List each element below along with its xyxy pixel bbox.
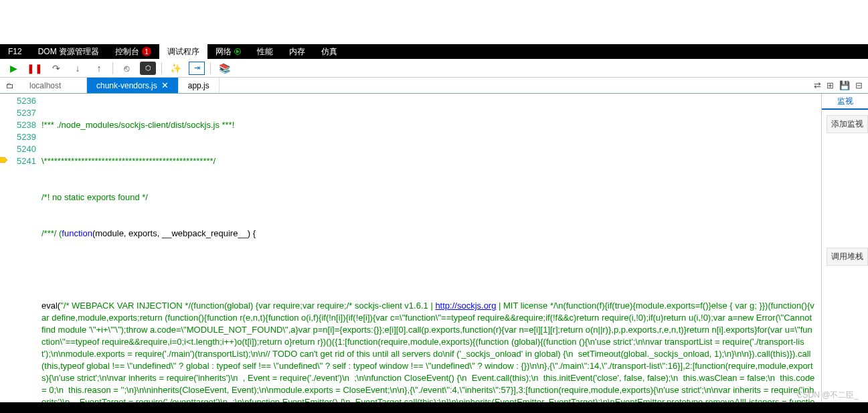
break-new-worker-button[interactable]: ⎋ [118, 62, 135, 75]
compare-icon[interactable]: ⇄ [814, 80, 821, 90]
devtools-tabs: F12 DOM 资源管理器 控制台 1 调试程序 网络 性能 内存 仿真 [0, 44, 868, 59]
tab-debugger[interactable]: 调试程序 [159, 44, 207, 59]
save-icon[interactable]: 💾 [839, 80, 850, 90]
toolbar-separator [161, 62, 162, 74]
taskbar [0, 402, 868, 413]
exception-behavior-button[interactable]: ⬡ [140, 62, 156, 75]
browser-chrome-area [0, 0, 868, 44]
word-wrap-button[interactable]: ⇥ [189, 62, 205, 75]
file-tab-active[interactable]: chunk-vendors.js ✕ [87, 78, 179, 93]
file-tabs-right-icons: ⇄ ⊞ 💾 ⊟ [814, 78, 868, 93]
tab-performance[interactable]: 性能 [249, 44, 281, 59]
sockjs-link[interactable]: http://sockjs.org [435, 301, 496, 311]
debugger-toolbar: ▶ ❚❚ ↷ ↓ ↑ ⎋ ⬡ ✨ ⇥ 📚 [0, 59, 868, 78]
tab-emulation[interactable]: 仿真 [313, 44, 345, 59]
file-tab-label: chunk-vendors.js [96, 81, 157, 90]
continue-button[interactable]: ▶ [5, 62, 21, 75]
watermark: CSDN @不二臣_ [797, 390, 859, 401]
step-into-button[interactable]: ↓ [70, 62, 86, 75]
add-watch-button[interactable]: 添加监视 [827, 115, 868, 133]
library-code-button[interactable]: 📚 [216, 62, 232, 75]
tab-console[interactable]: 控制台 1 [107, 44, 159, 59]
breakpoint-gutter[interactable] [0, 94, 8, 402]
callstack-header[interactable]: 调用堆栈 [827, 248, 868, 266]
pretty-print-icon[interactable]: ⊞ [827, 80, 834, 90]
tab-console-label: 控制台 [115, 46, 139, 58]
wand-button[interactable]: ✨ [167, 62, 183, 75]
step-out-button[interactable]: ↑ [91, 62, 107, 75]
file-tabs-bar: 🗀 localhost chunk-vendors.js ✕ app.js ⇄ … [0, 78, 868, 94]
tab-network[interactable]: 网络 [207, 44, 249, 59]
code-line: /***/ (function(module, exports, __webpa… [41, 228, 816, 240]
toolbar-separator [210, 62, 211, 74]
code-content[interactable]: !*** ./node_modules/sockjs-client/dist/s… [41, 94, 821, 402]
tab-f12[interactable]: F12 [0, 44, 30, 59]
settings-icon[interactable]: ⊟ [855, 80, 863, 90]
tab-memory[interactable]: 内存 [281, 44, 313, 59]
close-icon[interactable]: ✕ [161, 80, 169, 90]
file-tab[interactable]: app.js [179, 78, 220, 93]
pause-button[interactable]: ❚❚ [27, 62, 43, 75]
toolbar-separator [112, 62, 113, 74]
network-record-icon [234, 48, 241, 55]
code-line: /*! no static exports found */ [41, 191, 816, 203]
tab-network-label: 网络 [215, 46, 232, 58]
step-over-button[interactable]: ↷ [48, 62, 64, 75]
current-line-arrow-icon [0, 155, 8, 165]
console-error-badge: 1 [142, 47, 151, 56]
line-number-gutter[interactable]: 523652375238523952405241 [8, 94, 41, 402]
host-tab[interactable]: localhost [20, 78, 87, 93]
code-line: eval("/* WEBPACK VAR INJECTION */(functi… [41, 300, 816, 402]
code-line [41, 264, 816, 276]
main-area: 523652375238523952405241 !*** ./node_mod… [0, 94, 868, 402]
folder-icon[interactable]: 🗀 [0, 78, 20, 93]
watch-tab[interactable]: 监视 [822, 94, 868, 110]
code-line: !*** ./node_modules/sockjs-client/dist/s… [41, 119, 816, 131]
tab-dom-explorer[interactable]: DOM 资源管理器 [30, 44, 107, 59]
code-line: \***************************************… [41, 155, 816, 167]
code-editor[interactable]: 523652375238523952405241 !*** ./node_mod… [0, 94, 821, 402]
